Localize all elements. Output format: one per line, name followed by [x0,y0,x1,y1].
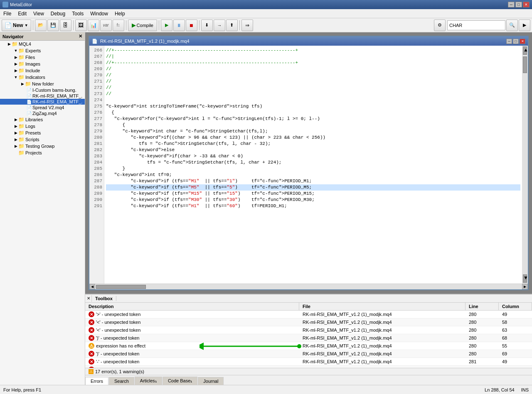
scroll-left-arrow[interactable]: ◀ [89,284,95,289]
error-row[interactable]: ✕ '-' - unexpected token RK-ml-RSI_EMA_M… [85,358,532,366]
go-forward-button[interactable]: ⇒ [241,20,253,31]
scroll-track[interactable] [522,56,528,274]
tab-journal[interactable]: Journal [198,377,224,385]
error-icon: ✕ [89,319,94,325]
warning-icon: ⚠ [89,369,94,374]
scroll-down-arrow[interactable]: ▼ [523,274,527,283]
tree-item-file5[interactable]: 📄 ZigZag.mq4 [0,110,85,116]
menu-view[interactable]: View [30,9,47,18]
new-icon: 📄 [5,22,12,29]
error-desc: ⚠ expression has no effect [85,342,299,350]
tab-codebase[interactable]: Code Base₁ [163,377,197,385]
tree-item-experts[interactable]: ▼ 📁 Experts [0,47,85,54]
tab-articles[interactable]: Articles₁ [135,377,162,385]
folder-icon: 📁 [18,54,25,60]
profile-button[interactable]: 🖼 [75,20,87,31]
menu-edit[interactable]: Edit [15,9,30,18]
open-button[interactable]: 📂 [35,20,47,31]
new-dropdown-icon[interactable]: ▼ [25,23,28,27]
tree-label-file1: I-Custom bams-bung. [32,88,76,93]
tree-item-file2[interactable]: 📄 RK-ml-RSI_EMA_MTF_. [0,93,85,99]
col-file: File [299,303,466,310]
tab-errors[interactable]: Errors [85,377,108,385]
tree-label-file4: Spread V2.mq4 [32,105,64,110]
status-bar: For Help, press F1 Ln 288, Col 54 INS [0,385,532,394]
menu-file[interactable]: File [0,9,15,18]
chart-icon: 📊 [90,22,97,28]
error-row[interactable]: ✕ ')' - unexpected token RK-ml-RSI_EMA_M… [85,334,532,342]
tree-item-file1[interactable]: 📄 I-Custom bams-bung. [0,87,85,93]
tree-item-scripts[interactable]: ▶ 📁 Scripts [0,136,85,143]
tree-item-indicators[interactable]: ▼ 📁 Indicators [0,74,85,81]
tree-label-libraries: Libraries [25,117,43,122]
minimize-button[interactable]: ─ [508,2,515,7]
error-col: 49 [499,311,532,318]
tree-item-files[interactable]: ▶ 📁 Files [0,54,85,61]
code-maximize-button[interactable]: □ [513,39,519,44]
horizontal-scrollbar[interactable]: ◀ ▶ [89,284,528,289]
scroll-thumb[interactable] [523,56,527,73]
menu-tools[interactable]: Tools [69,9,87,18]
scroll-up-arrow[interactable]: ▲ [523,46,527,55]
error-desc: ✕ '-' - unexpected token [85,358,299,365]
menu-debug[interactable]: Debug [47,9,69,18]
var-button[interactable]: var [100,20,112,31]
step-into-button[interactable]: ⬇ [201,20,213,31]
editor-area: 📄 RK-ml-RSI_EMA_MTF_v1.2 (1)_modjk.mq4 ─… [85,32,532,294]
vertical-scrollbar[interactable]: ▲ ▼ [522,46,528,284]
tree-item-file3[interactable]: 📄 RK-ml-RSI_EMA_MTF_. [0,99,85,105]
code-close-button[interactable]: ✕ [520,39,525,44]
menu-help[interactable]: Help [111,9,128,18]
error-row[interactable]: ✕ ')' - unexpected token RK-ml-RSI_EMA_M… [85,350,532,358]
func-button[interactable]: f↕ [113,20,124,31]
save-button[interactable]: 💾 [47,20,59,31]
search-input[interactable] [447,20,505,30]
play-button[interactable]: ▶ [161,20,172,31]
tree-item-include[interactable]: ▶ 📁 Include [0,67,85,74]
error-line: 281 [466,358,499,365]
play-icon: ▶ [165,22,168,28]
menu-window[interactable]: Window [87,9,111,18]
tree-item-images[interactable]: ▶ 📁 Images [0,61,85,67]
tree-item-file4[interactable]: 📄 Spread V2.mq4 [0,105,85,110]
tab-search[interactable]: Search [109,377,134,385]
stop-button[interactable]: ⏹ [186,20,197,31]
search-button[interactable]: 🔍 [506,20,518,31]
maximize-button[interactable]: □ [515,2,522,7]
panel-close-button[interactable]: ✕ [85,295,92,302]
close-button[interactable]: ✕ [523,2,530,7]
hscroll-track[interactable] [95,284,522,289]
errors-status-text: 17 error(s), 1 warning(s) [95,369,144,374]
tree-item-logs[interactable]: ▶ 📁 Logs [0,123,85,130]
error-row[interactable]: ✕ '<' - unexpected token RK-ml-RSI_EMA_M… [85,326,532,334]
error-row[interactable]: ✕ '>' - unexpected token RK-ml-RSI_EMA_M… [85,311,532,318]
tree-item-new-folder[interactable]: ▶ 📁 New folder [0,81,85,87]
chart-button[interactable]: 📊 [88,20,99,31]
search-next-button[interactable]: ▶ [519,20,530,31]
tree-item-presets[interactable]: ▶ 📁 Presets [0,130,85,136]
settings-button[interactable]: ⚙ [434,20,446,31]
code-body[interactable]: 2662672682692702712722732742752762772782… [89,46,528,284]
error-row[interactable]: ⚠ expression has no effect RK-ml-RSI_EMA… [85,342,532,350]
error-line: 280 [466,350,499,357]
app-icon [2,2,8,7]
navigator-tree[interactable]: ▶ 📁 MQL4 ▼ 📁 Experts ▶ 📁 Files [0,41,85,385]
compile-button[interactable]: ▶ Compile [128,20,157,31]
new-button[interactable]: 📄 New ▼ [2,20,31,31]
tree-item-libraries[interactable]: ▶ 📁 Libraries [0,116,85,123]
error-file: RK-ml-RSI_EMA_MTF_v1.2 (1)_modjk.mq4 [299,334,466,342]
navigator-close-button[interactable]: ✕ [79,34,82,39]
errors-table[interactable]: ✕ '>' - unexpected token RK-ml-RSI_EMA_M… [85,311,532,368]
step-over-button[interactable]: → [214,20,225,31]
pause-button[interactable]: ⏸ [173,20,185,31]
tree-item-testing[interactable]: ▶ 📁 Testing Growp [0,143,85,149]
hscroll-thumb[interactable] [96,285,146,289]
save-all-button[interactable]: 🗄 [60,20,71,31]
step-out-button[interactable]: ⬆ [226,20,238,31]
code-minimize-button[interactable]: ─ [506,39,512,44]
scroll-right-arrow[interactable]: ▶ [522,284,528,289]
tree-item-projects[interactable]: ▶ 📁 Projects [0,149,85,156]
tree-item-mql4[interactable]: ▶ 📁 MQL4 [0,41,85,47]
code-content[interactable]: //+-------------------------------------… [104,46,522,284]
error-row[interactable]: ✕ '<' - unexpected token RK-ml-RSI_EMA_M… [85,318,532,326]
